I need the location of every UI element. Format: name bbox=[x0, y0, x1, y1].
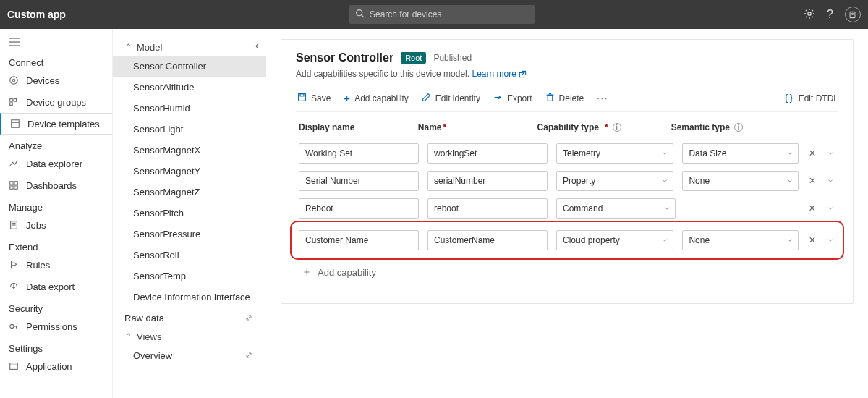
select-value: None bbox=[689, 176, 710, 186]
nav-permissions[interactable]: Permissions bbox=[0, 316, 112, 337]
semantic-type-select[interactable]: None bbox=[682, 230, 799, 250]
nav-data-explorer[interactable]: Data explorer bbox=[0, 153, 112, 174]
export-icon bbox=[493, 93, 503, 104]
capability-type-select[interactable]: Command bbox=[556, 198, 676, 219]
nav-rules[interactable]: Rules bbox=[0, 254, 112, 276]
model-header[interactable]: ⌃ Model bbox=[113, 39, 266, 56]
tree-item[interactable]: SensorTemp bbox=[113, 266, 266, 287]
groups-icon bbox=[9, 97, 19, 107]
nav-application[interactable]: Application bbox=[0, 355, 112, 377]
name-input[interactable] bbox=[427, 143, 548, 164]
nav-item-label: Rules bbox=[26, 260, 50, 271]
tree-item[interactable]: SensorMagnetZ bbox=[113, 182, 266, 203]
braces-icon: {} bbox=[783, 93, 793, 103]
tree-item[interactable]: SensorRoll bbox=[113, 245, 266, 266]
nav-section-settings: Settings bbox=[0, 337, 112, 355]
tree-raw-data[interactable]: Raw data bbox=[113, 308, 266, 329]
nav-item-label: Device templates bbox=[27, 119, 100, 130]
tree-item[interactable]: SensorMagnetX bbox=[113, 140, 266, 161]
semantic-type-select[interactable]: None bbox=[682, 171, 799, 191]
search-container bbox=[349, 5, 535, 24]
nav-devices[interactable]: Devices bbox=[0, 69, 112, 91]
root-badge: Root bbox=[401, 52, 426, 64]
user-badge-icon[interactable] bbox=[845, 7, 861, 22]
views-label: Views bbox=[137, 331, 161, 342]
select-value: Property bbox=[563, 176, 595, 186]
display-name-input[interactable] bbox=[299, 143, 419, 164]
search-input[interactable] bbox=[349, 5, 535, 24]
remove-row-button[interactable]: × bbox=[807, 174, 817, 187]
name-input[interactable] bbox=[427, 171, 548, 191]
name-input[interactable] bbox=[427, 230, 548, 250]
nav-device-groups[interactable]: Device groups bbox=[0, 91, 112, 113]
more-button[interactable]: ··· bbox=[595, 90, 610, 106]
display-name-input[interactable] bbox=[299, 171, 419, 191]
capability-type-select[interactable]: Cloud property bbox=[556, 230, 673, 250]
expand-row-button[interactable] bbox=[826, 174, 835, 187]
tree-overview[interactable]: Overview bbox=[113, 345, 266, 366]
save-button[interactable]: Save bbox=[296, 90, 332, 107]
card-subtitle: Add capabilities specific to this device… bbox=[296, 69, 838, 79]
views-header[interactable]: ⌃ Views bbox=[113, 329, 266, 345]
display-name-input[interactable] bbox=[299, 230, 419, 250]
add-capability-row[interactable]: ＋ Add capability bbox=[296, 263, 838, 281]
tree-label: Overview bbox=[124, 350, 172, 361]
expand-row-button[interactable] bbox=[825, 202, 835, 215]
capability-type-select[interactable]: Telemetry bbox=[556, 143, 673, 164]
nav-item-label: Dashboards bbox=[26, 180, 77, 191]
svg-line-27 bbox=[247, 316, 251, 320]
chevron-down-icon bbox=[661, 177, 668, 187]
semantic-type-select[interactable]: Data Size bbox=[682, 143, 799, 164]
capability-type-select[interactable]: Property bbox=[556, 171, 673, 191]
chevron-up-icon: ⌃ bbox=[124, 42, 132, 53]
info-icon[interactable]: i bbox=[734, 123, 743, 132]
expand-icon[interactable] bbox=[244, 351, 255, 361]
expand-icon[interactable] bbox=[244, 313, 255, 323]
toolbar-label: Edit identity bbox=[435, 93, 480, 103]
remove-row-button[interactable]: × bbox=[807, 202, 817, 215]
tree-item[interactable]: SensorMagnetY bbox=[113, 161, 266, 182]
capability-table: Display name Name* Capability type*i Sem… bbox=[296, 122, 838, 281]
nav-dashboards[interactable]: Dashboards bbox=[0, 174, 112, 196]
edit-dtdl-button[interactable]: {}Edit DTDL bbox=[783, 93, 838, 103]
tree-item[interactable]: Sensor Controller bbox=[113, 56, 266, 77]
help-icon[interactable]: ? bbox=[827, 8, 833, 21]
tree-item[interactable]: SensorLight bbox=[113, 119, 266, 140]
nav-data-export[interactable]: Data export bbox=[0, 276, 112, 297]
svg-line-1 bbox=[362, 15, 364, 17]
tree-item[interactable]: Device Information interface bbox=[113, 287, 266, 308]
application-icon bbox=[9, 361, 19, 371]
export-button[interactable]: Export bbox=[492, 90, 534, 107]
back-icon[interactable]: ‹ bbox=[255, 39, 259, 52]
learn-more-link[interactable]: Learn more bbox=[472, 69, 527, 79]
nav-jobs[interactable]: Jobs bbox=[0, 214, 112, 236]
tree-item[interactable]: SensorHumid bbox=[113, 98, 266, 119]
select-value: Data Size bbox=[689, 148, 726, 158]
tree-label: Raw data bbox=[124, 313, 164, 323]
page-title: Sensor Controller bbox=[296, 51, 393, 64]
top-bar: Custom app ? bbox=[0, 0, 868, 29]
name-input[interactable] bbox=[427, 198, 548, 219]
select-value: Telemetry bbox=[563, 148, 600, 158]
nav-device-templates[interactable]: Device templates bbox=[0, 113, 112, 135]
info-icon[interactable]: i bbox=[613, 123, 621, 132]
col-semantic-type: Semantic typei bbox=[671, 122, 795, 132]
toolbar-label: Export bbox=[507, 93, 532, 103]
delete-button[interactable]: Delete bbox=[544, 90, 586, 107]
col-name: Name* bbox=[418, 122, 529, 132]
display-name-input[interactable] bbox=[299, 198, 419, 219]
tree-item[interactable]: SensorPitch bbox=[113, 203, 266, 224]
hamburger-icon[interactable] bbox=[0, 35, 112, 51]
add-capability-button[interactable]: +Add capability bbox=[342, 89, 409, 107]
expand-row-button[interactable] bbox=[826, 234, 835, 247]
expand-row-button[interactable] bbox=[826, 147, 835, 160]
remove-row-button[interactable]: × bbox=[807, 234, 817, 247]
tree-item[interactable]: SensorPressure bbox=[113, 224, 266, 245]
tree-item[interactable]: SensorAltitude bbox=[113, 77, 266, 98]
capability-row: Cloud propertyNone× bbox=[296, 226, 838, 254]
app-name: Custom app bbox=[7, 9, 66, 20]
gear-icon[interactable] bbox=[804, 8, 815, 22]
left-nav: Connect Devices Device groups Device tem… bbox=[0, 29, 113, 398]
remove-row-button[interactable]: × bbox=[807, 147, 817, 160]
edit-identity-button[interactable]: Edit identity bbox=[420, 90, 482, 107]
